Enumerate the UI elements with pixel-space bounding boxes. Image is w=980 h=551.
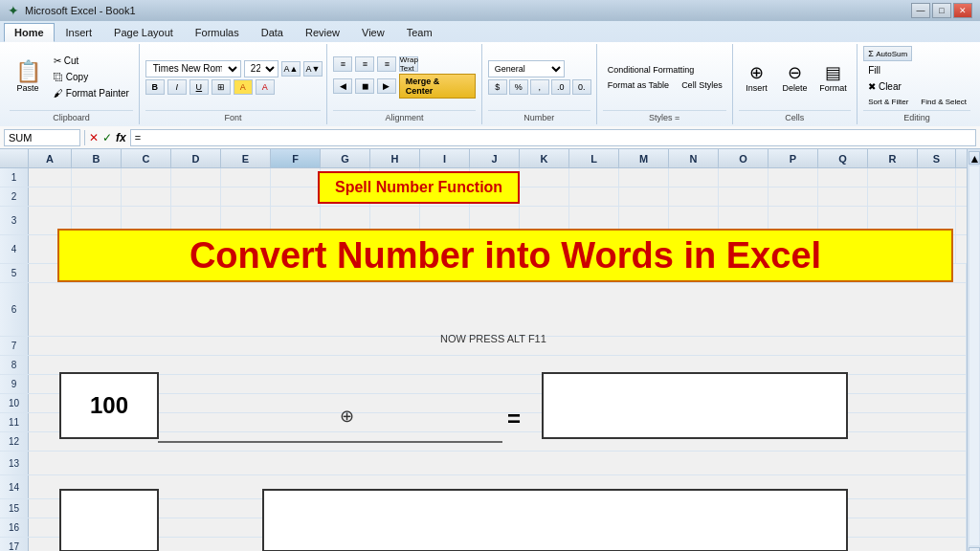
cell-rest-6[interactable] xyxy=(29,283,967,336)
cell-styles-button[interactable]: Cell Styles xyxy=(677,78,727,92)
cell-r2[interactable] xyxy=(868,187,918,206)
tab-view[interactable]: View xyxy=(351,23,395,42)
conditional-formatting-button[interactable]: Conditional Formatting xyxy=(603,63,700,77)
col-header-h[interactable]: H xyxy=(370,149,420,167)
tab-page-layout[interactable]: Page Layout xyxy=(103,23,184,42)
col-header-m[interactable]: M xyxy=(619,149,669,167)
cell-n2[interactable] xyxy=(669,187,719,206)
cell-f2[interactable] xyxy=(271,187,321,206)
col-header-l[interactable]: L xyxy=(569,149,619,167)
border-button[interactable]: ⊞ xyxy=(212,79,231,95)
font-name-selector[interactable]: Times New Rom xyxy=(145,60,241,77)
col-header-o[interactable]: O xyxy=(719,149,768,167)
col-header-r[interactable]: R xyxy=(868,149,918,167)
format-button[interactable]: ▤ Format xyxy=(815,59,852,96)
cell-k1[interactable] xyxy=(520,168,569,187)
align-right-button[interactable]: ▶ xyxy=(377,78,396,94)
col-header-e[interactable]: E xyxy=(221,149,271,167)
lower-right-box[interactable] xyxy=(262,489,848,551)
window-controls[interactable]: — □ ✕ xyxy=(911,3,972,18)
cell-k2[interactable] xyxy=(520,187,569,206)
cell-a2[interactable] xyxy=(29,187,72,206)
cell-s1[interactable] xyxy=(918,168,956,187)
name-box[interactable] xyxy=(4,129,80,146)
font-size-selector[interactable]: 22 xyxy=(244,60,278,77)
cell-rest-13[interactable] xyxy=(29,452,967,474)
bold-button[interactable]: B xyxy=(145,79,165,95)
cell-s2[interactable] xyxy=(918,187,956,206)
col-header-i[interactable]: I xyxy=(420,149,470,167)
cell-l1[interactable] xyxy=(569,168,619,187)
cell-p1[interactable] xyxy=(768,168,818,187)
col-header-f[interactable]: F xyxy=(271,149,321,167)
insert-button[interactable]: ⊕ Insert xyxy=(739,59,775,96)
fill-color-button[interactable]: A xyxy=(234,79,253,95)
cancel-formula-icon[interactable]: ✕ xyxy=(89,131,99,144)
cell-p2[interactable] xyxy=(768,187,818,206)
cell-b2[interactable] xyxy=(72,187,122,206)
cell-m1[interactable] xyxy=(619,168,669,187)
col-header-g[interactable]: G xyxy=(321,149,370,167)
cell-l2[interactable] xyxy=(569,187,619,206)
align-top-left-button[interactable]: ≡ xyxy=(333,56,352,72)
align-top-right-button[interactable]: ≡ xyxy=(377,56,396,72)
percent-button[interactable]: % xyxy=(509,79,528,95)
fill-button[interactable]: Fill xyxy=(863,63,885,77)
minimize-button[interactable]: — xyxy=(911,3,930,18)
tab-review[interactable]: Review xyxy=(295,23,350,42)
insert-function-icon[interactable]: fx xyxy=(116,131,126,144)
delete-button[interactable]: ⊖ Delete xyxy=(777,59,813,96)
cell-100-box[interactable]: 100 xyxy=(59,372,159,439)
format-as-table-button[interactable]: Format as Table xyxy=(603,78,674,92)
confirm-formula-icon[interactable]: ✓ xyxy=(102,131,112,144)
find-select-button[interactable]: Find & Select xyxy=(916,96,971,108)
align-center-button[interactable]: ◼ xyxy=(355,78,374,94)
result-box[interactable] xyxy=(542,372,848,439)
col-header-n[interactable]: N xyxy=(669,149,719,167)
cell-d2[interactable] xyxy=(171,187,221,206)
decrease-decimal-button[interactable]: 0. xyxy=(572,79,591,95)
cell-o2[interactable] xyxy=(719,187,768,206)
cell-c1[interactable] xyxy=(122,168,171,187)
wrap-text-button[interactable]: Wrap Text xyxy=(399,56,418,72)
merge-center-button[interactable]: Merge & Center xyxy=(399,74,476,99)
lower-left-box[interactable] xyxy=(59,489,159,551)
currency-button[interactable]: $ xyxy=(488,79,507,95)
tab-team[interactable]: Team xyxy=(396,23,443,42)
col-header-c[interactable]: C xyxy=(122,149,171,167)
formula-input[interactable] xyxy=(130,129,976,146)
col-header-d[interactable]: D xyxy=(171,149,221,167)
autosum-button[interactable]: Σ AutoSum xyxy=(863,46,912,61)
cell-c2[interactable] xyxy=(122,187,171,206)
col-header-k[interactable]: K xyxy=(520,149,569,167)
copy-button[interactable]: ⿻ Copy xyxy=(49,70,134,84)
col-header-b[interactable]: B xyxy=(72,149,122,167)
col-header-j[interactable]: J xyxy=(470,149,520,167)
cell-b1[interactable] xyxy=(72,168,122,187)
align-left-button[interactable]: ◀ xyxy=(333,78,352,94)
scroll-down-button[interactable]: ▼ xyxy=(969,547,980,551)
cell-r1[interactable] xyxy=(868,168,918,187)
paste-button[interactable]: 📋 Paste xyxy=(10,58,46,96)
format-painter-button[interactable]: 🖌 Format Painter xyxy=(49,86,134,100)
cell-q1[interactable] xyxy=(818,168,868,187)
cell-e1[interactable] xyxy=(221,168,271,187)
scroll-up-button[interactable]: ▲ xyxy=(969,151,980,165)
maximize-button[interactable]: □ xyxy=(932,3,951,18)
col-header-s[interactable]: S xyxy=(918,149,956,167)
sort-filter-button[interactable]: Sort & Filter xyxy=(863,96,913,108)
align-top-center-button[interactable]: ≡ xyxy=(355,56,374,72)
tab-insert[interactable]: Insert xyxy=(56,23,103,42)
tab-data[interactable]: Data xyxy=(251,23,294,42)
cell-a1[interactable] xyxy=(29,168,72,187)
italic-button[interactable]: I xyxy=(167,79,187,95)
number-format-selector[interactable]: General xyxy=(488,60,565,77)
vertical-scrollbar[interactable]: ▲ ▼ xyxy=(967,149,980,551)
cell-o1[interactable] xyxy=(719,168,768,187)
cell-m2[interactable] xyxy=(619,187,669,206)
clear-button[interactable]: ✖ Clear xyxy=(863,79,906,94)
col-header-p[interactable]: P xyxy=(768,149,818,167)
cell-f1[interactable] xyxy=(271,168,321,187)
cell-e2[interactable] xyxy=(221,187,271,206)
close-button[interactable]: ✕ xyxy=(953,3,972,18)
